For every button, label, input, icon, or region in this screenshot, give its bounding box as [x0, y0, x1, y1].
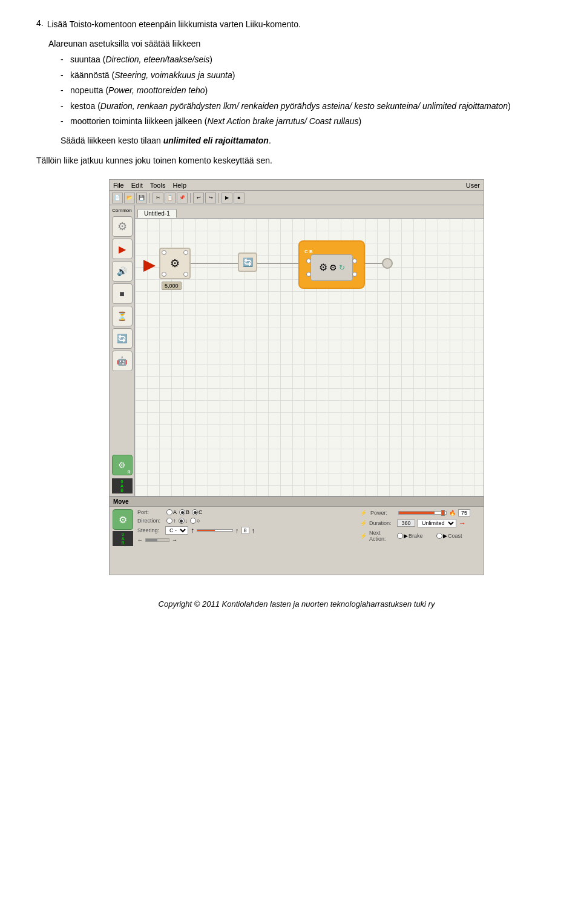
sidebar: Common: [110, 205, 135, 496]
radio-a-dot: [166, 509, 172, 515]
connector-h3: [365, 263, 383, 264]
block-move-orange[interactable]: C B ⚙ ⚙ ↻: [298, 240, 365, 289]
dir-option-2[interactable]: ↓: [179, 518, 188, 524]
mini-display: 0AB: [112, 478, 133, 493]
toolbar-btn-2[interactable]: 📂: [124, 193, 135, 203]
radio-coast: [436, 533, 442, 539]
section-header: 4. Lisää Toisto-komentoon eteenpäin liik…: [36, 18, 557, 31]
stepper-track[interactable]: [145, 538, 169, 542]
sidebar-btn-stop[interactable]: [112, 283, 133, 304]
sidebar-btn-sound[interactable]: [112, 261, 133, 282]
conn-right-bot: [352, 272, 357, 277]
sidebar-btn-loop[interactable]: [112, 328, 133, 349]
connector-tl: [162, 250, 166, 255]
connector-h1: [191, 263, 239, 264]
coast-icon: ▶: [443, 533, 447, 539]
sidebar-btn-gear[interactable]: [112, 216, 133, 237]
steering-label: Steering:: [137, 527, 163, 533]
panel-mini-display: 0AB: [113, 531, 133, 546]
toolbar-btn-undo[interactable]: ↩: [193, 193, 204, 203]
toolbar-sep-3: [218, 193, 219, 203]
list-item: kestoa (Duration, renkaan pyörähdysten l…: [61, 99, 557, 113]
stepper-row: ← →: [137, 537, 356, 543]
unlimited-select[interactable]: Unlimited: [418, 519, 456, 527]
gear-block-icon: ⚙: [170, 257, 180, 270]
stepper-minus[interactable]: ←: [137, 537, 143, 543]
port-label: Port:: [137, 509, 163, 515]
bottom-panel-header: Move: [110, 497, 484, 507]
power-value: 75: [458, 509, 470, 516]
sidebar-btn-play[interactable]: [112, 239, 133, 259]
brake-icon: ▶: [404, 533, 408, 539]
value-label: 5,000: [162, 282, 182, 290]
steering-mid-icon: ↑: [235, 527, 239, 534]
connector-br: [183, 272, 188, 277]
stepper-plus[interactable]: →: [172, 537, 177, 543]
section-title: Lisää Toisto-komentoon eteenpäin liikkum…: [47, 18, 301, 31]
toolbar-btn-run[interactable]: ▶: [222, 193, 232, 203]
tab-untitled[interactable]: Untitled-1: [137, 209, 177, 218]
steering-slider-fill: [197, 530, 215, 531]
list-item: nopeutta (Power, moottoreiden teho): [61, 84, 557, 97]
brake-option[interactable]: ▶ Brake: [397, 533, 434, 539]
bottom-panel-content: ⚙ 0AB Port: A: [110, 507, 484, 575]
connector-bl: [162, 272, 166, 277]
inner-check-icon: ↻: [339, 263, 345, 272]
radio-dir3: [190, 518, 196, 524]
radio-dir1: [166, 518, 172, 524]
user-label: User: [466, 182, 480, 189]
connector-h2: [257, 263, 300, 264]
tab-bar: Untitled-1: [135, 205, 484, 219]
port-c-label: C: [199, 509, 203, 515]
inner-gear-icon: ⚙: [319, 262, 327, 273]
move-icon: ⚙: [118, 460, 126, 470]
port-b[interactable]: B: [179, 509, 189, 515]
toolbar-btn-redo[interactable]: ↪: [205, 193, 216, 203]
play-icon: [119, 243, 126, 255]
toolbar-btn-cut[interactable]: ✂: [153, 193, 163, 203]
power-slider-track[interactable]: [398, 511, 447, 515]
toolbar-btn-copy[interactable]: 📋: [165, 193, 176, 203]
sidebar-btn-move-active[interactable]: ⚙: [112, 455, 133, 475]
menu-file[interactable]: File: [113, 182, 124, 189]
sidebar-btn-timer[interactable]: [112, 306, 133, 326]
inner-gear2-icon: ⚙: [329, 263, 337, 272]
block-start[interactable]: ⚙: [159, 248, 191, 279]
copyright: Copyright © 2011 Kontiolahden lasten ja …: [36, 599, 557, 609]
bullet-list: suuntaa (Direction, eteen/taakse/seis) k…: [61, 53, 557, 128]
power-slider-fill: [399, 512, 435, 514]
section-number: 4.: [36, 18, 44, 28]
connector-tr: [183, 250, 188, 255]
toolbar-sep-2: [190, 193, 191, 203]
list-item: moottorien toiminta liikkeen jälkeen (Ne…: [61, 114, 557, 128]
dir-option-3[interactable]: ○: [190, 518, 200, 524]
stop-icon: [119, 289, 124, 299]
conn-left-top: [306, 259, 311, 263]
power-icon-right: 🔥: [449, 510, 456, 516]
toolbar-btn-paste[interactable]: 📌: [177, 193, 188, 203]
port-a[interactable]: A: [166, 509, 177, 515]
sidebar-btn-robot[interactable]: [112, 351, 133, 371]
coast-option[interactable]: ▶ Coast: [436, 533, 473, 539]
canvas-grid[interactable]: ⚙ 5,000 🔄 C B: [135, 219, 484, 496]
toolbar: 📄 📂 💾 ✂ 📋 📌 ↩ ↪ ▶ ■: [110, 191, 484, 205]
toolbar-btn-3[interactable]: 💾: [136, 193, 147, 203]
block-repeat[interactable]: 🔄: [238, 252, 257, 272]
power-slider-thumb: [441, 510, 445, 516]
steering-select[interactable]: C -: [165, 526, 188, 535]
dir-option-1[interactable]: ↑: [166, 518, 176, 524]
start-arrow: [143, 260, 156, 272]
dir-1-label: ↑: [173, 518, 176, 524]
menu-tools[interactable]: Tools: [150, 182, 166, 189]
menu-edit[interactable]: Edit: [131, 182, 143, 189]
radio-b-dot: [179, 509, 185, 515]
panel-left-icon: ⚙ 0AB: [112, 509, 134, 572]
port-c[interactable]: C: [192, 509, 203, 515]
steering-slider[interactable]: [197, 529, 233, 532]
toolbar-btn-1[interactable]: 📄: [112, 193, 123, 203]
toolbar-btn-stop[interactable]: ■: [234, 193, 245, 203]
menu-help[interactable]: Help: [172, 182, 186, 189]
duration-label: Duration:: [369, 520, 395, 526]
next-action-label: Next Action:: [369, 530, 395, 542]
brake-label: Brake: [409, 533, 434, 539]
